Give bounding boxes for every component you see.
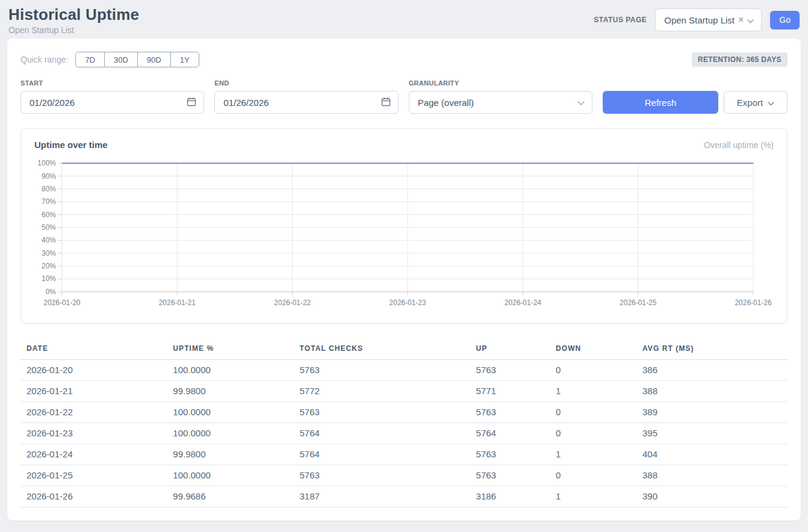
- chevron-down-icon: [577, 97, 585, 108]
- column-header-up: UP: [470, 338, 550, 360]
- svg-text:2026-01-20: 2026-01-20: [43, 298, 81, 307]
- svg-text:2026-01-23: 2026-01-23: [389, 298, 426, 307]
- page-title: Historical Uptime: [8, 5, 139, 24]
- svg-text:70%: 70%: [42, 197, 56, 206]
- filters-row: START 01/20/2026 END 01/26/2026: [20, 79, 788, 114]
- uptime-chart-card: Uptime over time Overall uptime (%) 0%10…: [20, 128, 788, 324]
- granularity-label: GRANULARITY: [409, 79, 592, 87]
- main-panel: Quick range: 7D30D90D1Y RETENTION: 365 D…: [7, 39, 801, 521]
- quick-range-30d[interactable]: 30D: [104, 52, 138, 67]
- page-subtitle: Open Startup List: [8, 25, 139, 35]
- end-date-input[interactable]: 01/26/2026: [214, 91, 398, 114]
- uptime-table-body: 2026-01-20100.00005763576303862026-01-21…: [20, 360, 788, 507]
- svg-text:2026-01-24: 2026-01-24: [505, 298, 542, 307]
- clear-icon[interactable]: ×: [738, 15, 744, 25]
- table-row: 2026-01-2699.9686318731861390: [20, 486, 788, 507]
- top-header: Historical Uptime Open Startup List STAT…: [7, 0, 801, 39]
- svg-text:60%: 60%: [42, 211, 56, 219]
- start-date-value: 01/20/2026: [30, 97, 75, 108]
- calendar-icon[interactable]: [381, 97, 391, 108]
- quick-range-1y[interactable]: 1Y: [170, 52, 199, 67]
- svg-text:30%: 30%: [42, 249, 56, 258]
- svg-text:0%: 0%: [46, 288, 57, 296]
- chevron-down-icon: [747, 15, 754, 25]
- status-page-select[interactable]: Open Startup List ×: [655, 8, 762, 31]
- svg-text:90%: 90%: [42, 172, 56, 181]
- column-header-uptime: UPTIME %: [167, 338, 293, 360]
- svg-text:2026-01-25: 2026-01-25: [620, 298, 657, 307]
- table-row: 2026-01-20100.0000576357630386: [20, 360, 788, 381]
- quick-range-group: 7D30D90D1Y: [75, 52, 199, 67]
- start-date-field: START 01/20/2026: [20, 79, 204, 114]
- page: Historical Uptime Open Startup List STAT…: [0, 0, 808, 521]
- svg-text:10%: 10%: [42, 274, 56, 283]
- table-row: 2026-01-22100.0000576357630389: [20, 402, 788, 423]
- table-row: 2026-01-2499.9800576457631404: [20, 444, 788, 465]
- svg-text:80%: 80%: [42, 185, 56, 193]
- column-header-date: DATE: [20, 338, 167, 360]
- granularity-field: GRANULARITY Page (overall): [409, 79, 592, 114]
- chart-title: Uptime over time: [34, 140, 108, 150]
- status-page-value: Open Startup List: [664, 15, 735, 25]
- retention-badge: RETENTION: 365 DAYS: [692, 52, 788, 67]
- start-label: START: [20, 79, 204, 87]
- quick-range-90d[interactable]: 90D: [137, 52, 171, 67]
- svg-text:20%: 20%: [42, 262, 56, 270]
- end-date-value: 01/26/2026: [223, 97, 269, 108]
- quick-range-7d[interactable]: 7D: [75, 52, 105, 67]
- svg-text:50%: 50%: [42, 223, 56, 232]
- svg-text:2026-01-22: 2026-01-22: [274, 298, 311, 307]
- granularity-value: Page (overall): [418, 97, 474, 108]
- column-header-total-checks: TOTAL CHECKS: [294, 338, 470, 360]
- start-date-input[interactable]: 01/20/2026: [20, 91, 204, 114]
- refresh-button[interactable]: Refresh: [603, 91, 718, 114]
- chart-legend: Overall uptime (%): [704, 140, 774, 150]
- uptime-chart-svg: 0%10%20%30%40%50%60%70%80%90%100%2026-01…: [34, 158, 774, 314]
- column-header-down: DOWN: [550, 338, 636, 360]
- export-button[interactable]: Export: [724, 91, 788, 114]
- header-controls: STATUS PAGE Open Startup List × Go: [594, 8, 800, 31]
- table-header-row: DATE UPTIME % TOTAL CHECKS UP DOWN AVG R…: [20, 338, 788, 360]
- column-header-avg-rt: AVG RT (MS): [636, 338, 788, 360]
- svg-text:2026-01-21: 2026-01-21: [159, 298, 196, 307]
- uptime-table: DATE UPTIME % TOTAL CHECKS UP DOWN AVG R…: [20, 338, 788, 507]
- table-row: 2026-01-2199.9800577257711388: [20, 381, 788, 402]
- status-page-label: STATUS PAGE: [594, 16, 647, 24]
- title-block: Historical Uptime Open Startup List: [8, 5, 139, 35]
- quick-range-row: Quick range: 7D30D90D1Y RETENTION: 365 D…: [20, 52, 788, 67]
- go-button[interactable]: Go: [770, 11, 800, 29]
- table-row: 2026-01-25100.0000576357630388: [20, 465, 788, 486]
- end-label: END: [214, 79, 398, 87]
- svg-text:40%: 40%: [42, 236, 56, 244]
- svg-text:100%: 100%: [37, 159, 56, 167]
- quick-range-label: Quick range:: [20, 55, 68, 64]
- chevron-down-icon: [768, 97, 774, 108]
- end-date-field: END 01/26/2026: [214, 79, 398, 114]
- export-label: Export: [737, 97, 763, 108]
- calendar-icon[interactable]: [187, 97, 196, 108]
- granularity-select[interactable]: Page (overall): [409, 91, 592, 114]
- chart-area: 0%10%20%30%40%50%60%70%80%90%100%2026-01…: [34, 158, 774, 316]
- table-row: 2026-01-23100.0000576457640395: [20, 423, 788, 444]
- svg-text:2026-01-26: 2026-01-26: [735, 298, 772, 307]
